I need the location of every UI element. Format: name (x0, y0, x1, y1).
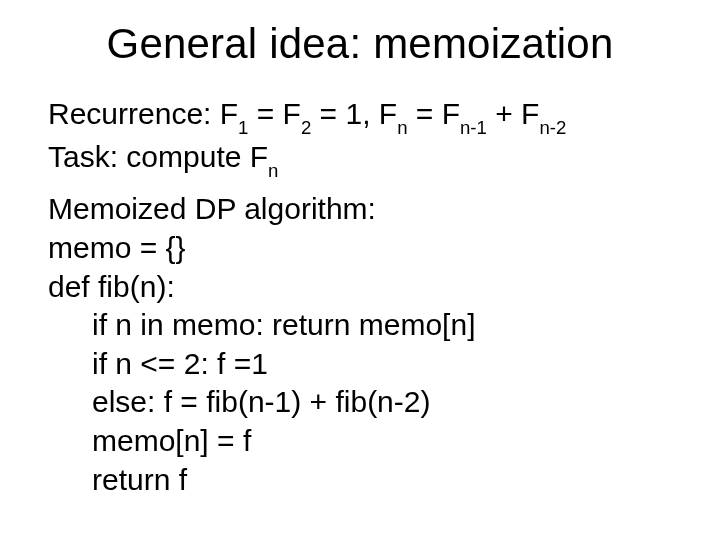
code-line-1: memo = {} (48, 230, 672, 267)
rec-sub2: 2 (301, 117, 311, 138)
recurrence-label: Recurrence: (48, 97, 220, 130)
code-line-7: return f (48, 462, 672, 499)
rec-subnm2: n-2 (539, 117, 566, 138)
slide-body: Recurrence: F1 = F2 = 1, Fn = Fn-1 + Fn-… (48, 96, 672, 498)
slide-title: General idea: memoization (48, 20, 672, 68)
rec-subnm1: n-1 (460, 117, 487, 138)
rec-mid: = 1, F (311, 97, 397, 130)
spacer (48, 181, 672, 191)
rec-plus: + F (487, 97, 540, 130)
code-line-3: if n in memo: return memo[n] (48, 307, 672, 344)
rec-sub1: 1 (238, 117, 248, 138)
code-line-4: if n <= 2: f =1 (48, 346, 672, 383)
code-line-5: else: f = fib(n-1) + fib(n-2) (48, 384, 672, 421)
recurrence-line: Recurrence: F1 = F2 = 1, Fn = Fn-1 + Fn-… (48, 96, 672, 137)
rec-f1: F (220, 97, 238, 130)
rec-eq1: = F (248, 97, 301, 130)
code-line-6: memo[n] = f (48, 423, 672, 460)
algo-heading: Memoized DP algorithm: (48, 191, 672, 228)
task-sub: n (268, 160, 278, 181)
code-line-2: def fib(n): (48, 269, 672, 306)
slide: General idea: memoization Recurrence: F1… (0, 0, 720, 540)
task-line: Task: compute Fn (48, 139, 672, 180)
rec-eq2: = F (408, 97, 461, 130)
task-label: Task: compute F (48, 140, 268, 173)
rec-subn: n (397, 117, 407, 138)
